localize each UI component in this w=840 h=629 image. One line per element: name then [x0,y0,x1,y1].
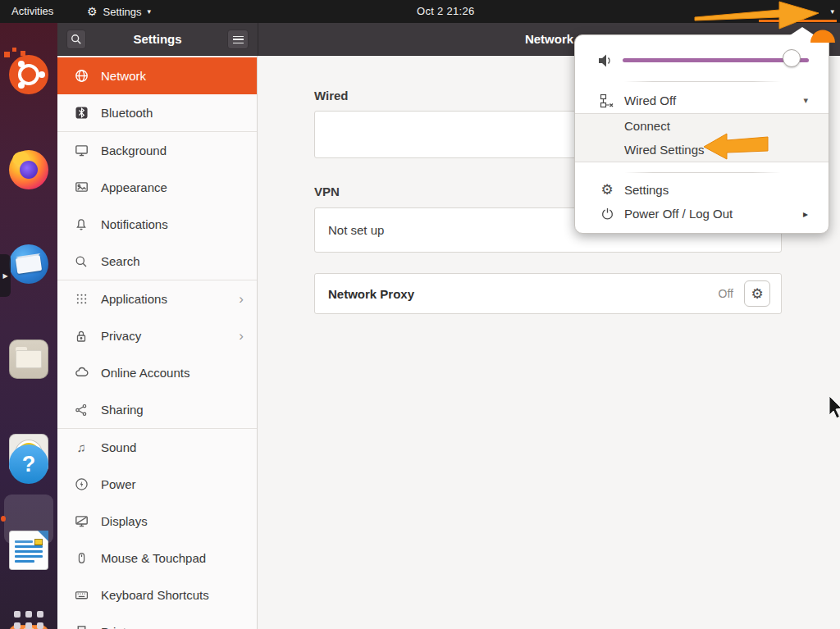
firefox-icon[interactable] [9,150,48,189]
sidebar-item-label: Power [101,477,136,491]
proxy-settings-button[interactable]: ⚙ [744,280,770,307]
activities-button[interactable]: Activities [11,0,53,23]
sidebar-item-printers[interactable]: Printers [57,613,257,629]
app-menu-button[interactable]: ⚙ Settings ▾ [87,0,151,23]
lock-icon [74,329,89,344]
gear-icon: ⚙ [599,182,615,198]
sidebar-item-label: Notifications [101,217,168,231]
sidebar-item-label: Sharing [101,403,144,417]
chevron-right-icon: › [239,292,244,306]
gear-icon: ⚙ [751,285,763,303]
printer-icon [74,625,89,629]
sidebar-item-sound[interactable]: ♫ Sound [57,429,257,466]
wired-toggle-label: Wired Off [624,93,676,107]
sidebar-headerbar: Settings [57,23,258,56]
sidebar-item-sharing[interactable]: Sharing [57,391,257,428]
chevron-right-icon: › [239,329,244,343]
search-icon [74,254,89,269]
share-icon [74,403,89,417]
settings-sidebar: Network Bluetooth Background Appearance [57,56,258,629]
system-menu: Wired Off ▾ Connect Wired Settings ⚙ Set… [574,34,829,234]
wired-section-title: Wired [314,89,349,103]
sidebar-item-label: Applications [101,292,167,306]
menu-separator [624,172,781,173]
menu-item-connect[interactable]: Connect [575,114,829,138]
wired-toggle-row[interactable]: Wired Off ▾ [575,88,829,113]
wired-submenu: Connect Wired Settings [575,113,829,162]
menu-item-settings[interactable]: ⚙ Settings [575,178,829,202]
sidebar-item-search[interactable]: Search [57,243,257,280]
sidebar-item-label: Bluetooth [101,106,153,120]
sidebar-item-label: Background [101,144,167,157]
vpn-section-title: VPN [314,185,340,198]
appearance-icon [74,180,89,195]
help-icon[interactable]: ? [9,444,48,484]
sidebar-item-privacy[interactable]: Privacy › [57,317,257,354]
chevron-down-icon: ▾ [148,7,152,16]
bluetooth-icon [74,106,89,121]
sidebar-item-online-accounts[interactable]: Online Accounts [57,354,257,391]
sidebar-item-keyboard-shortcuts[interactable]: Keyboard Shortcuts [57,577,257,613]
app-menu-label: Settings [103,6,142,18]
dock-hide-tab[interactable]: ▶ [0,254,11,297]
menu-item-wired-settings[interactable]: Wired Settings [575,138,829,162]
sidebar-item-appearance[interactable]: Appearance [57,169,257,206]
sidebar-item-label: Appearance [101,180,167,194]
network-proxy-label: Network Proxy [328,287,719,301]
menu-separator [624,81,781,82]
cloud-icon [74,366,89,381]
hamburger-menu-button[interactable] [227,30,249,49]
sidebar-item-label: Keyboard Shortcuts [101,588,209,602]
speaker-icon [597,52,614,72]
sidebar-item-label: Mouse & Touchpad [101,551,206,565]
sidebar-item-notifications[interactable]: Notifications [57,206,257,243]
submenu-arrow-icon: ▸ [803,208,808,220]
network-proxy-row[interactable]: Network Proxy Off ⚙ [314,273,782,314]
sidebar-item-label: Sound [101,440,136,454]
app-grid-icon[interactable] [9,606,48,629]
power-icon [599,206,615,222]
sidebar-item-applications[interactable]: Applications › [57,280,257,317]
music-note-icon: ♫ [74,440,89,455]
settings-running-highlight [4,495,53,544]
sidebar-item-label: Online Accounts [101,366,189,380]
dock-tab-arrow-icon: ▶ [2,272,7,280]
chevron-down-icon: ▾ [803,95,808,106]
settings-running-dot [1,516,6,522]
sidebar-item-bluetooth[interactable]: Bluetooth [57,94,257,131]
volume-slider-knob[interactable] [783,49,801,67]
top-bar: Activities ⚙ Settings ▾ Oct 2 21:26 ▾ [0,0,840,23]
sidebar-item-label: Search [101,254,140,268]
proxy-status-badge: Off [719,287,733,300]
power-bolt-icon [74,477,89,492]
sidebar-item-label: Network [101,69,146,83]
mouse-icon [74,551,89,566]
help-question-mark: ? [22,452,36,477]
vpn-status: Not set up [328,223,384,237]
files-icon[interactable] [9,340,48,379]
sidebar-item-displays[interactable]: Displays [57,503,257,540]
volume-slider[interactable] [623,58,809,62]
sidebar-item-network[interactable]: Network [57,57,257,94]
menu-item-power-off[interactable]: Power Off / Log Out ▸ [575,202,829,226]
dock: ▶ A ? ⚙ [0,23,57,629]
wired-network-off-icon [599,93,615,109]
display-icon [74,144,89,158]
sidebar-item-label: Printers [101,625,144,629]
popup-pointer [790,27,815,35]
app-grid-icon [74,292,89,307]
sidebar-item-label: Privacy [101,329,141,343]
monitor-icon [74,514,89,529]
sidebar-item-background[interactable]: Background [57,132,257,169]
bell-icon [74,217,89,232]
clock[interactable]: Oct 2 21:26 [417,0,475,23]
thunderbird-icon[interactable] [9,244,48,284]
sidebar-item-label: Displays [101,514,148,528]
globe-icon [74,69,89,84]
sidebar-item-mouse-touchpad[interactable]: Mouse & Touchpad [57,540,257,577]
system-menu-chevron-icon[interactable]: ▾ [830,0,834,23]
ubuntu-logo-icon[interactable] [9,55,48,94]
keyboard-icon [74,588,89,603]
sidebar-item-power[interactable]: Power [57,466,257,503]
hamburger-icon [233,36,244,43]
